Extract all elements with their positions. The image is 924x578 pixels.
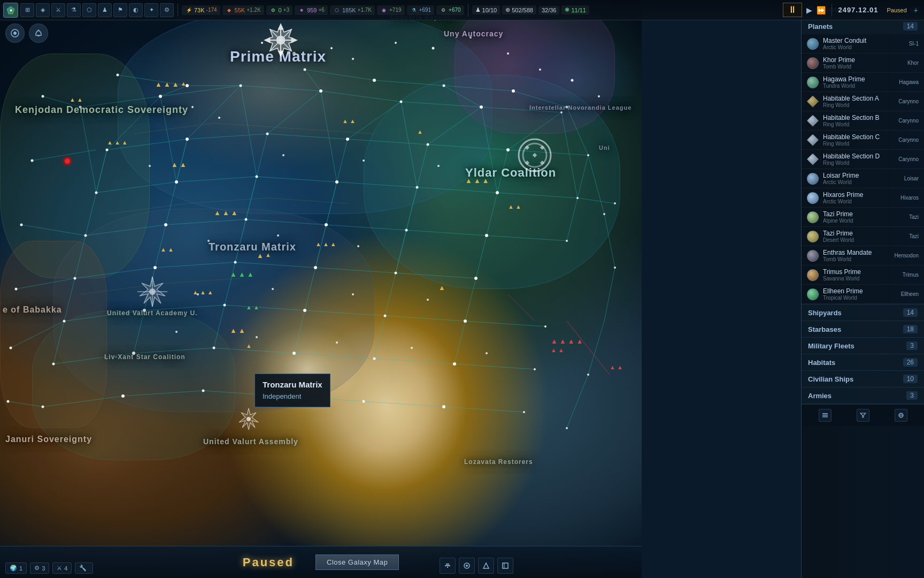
section-civilian-ships: Civilian Ships 10	[802, 371, 924, 387]
nav-trade-btn[interactable]: ⬡	[82, 3, 96, 17]
planet-item-8[interactable]: Hixaros Prime Arctic World Hixaros	[802, 188, 924, 208]
map-filter-btn-2[interactable]	[459, 558, 475, 574]
armies-section-header[interactable]: Armies 3	[802, 387, 924, 404]
svg-point-211	[427, 299, 429, 301]
symbol-tronzaru2	[235, 406, 262, 435]
play-button[interactable]: ▶	[806, 6, 812, 14]
planet-item-7[interactable]: Loisar Prime Arctic World Loisar	[802, 169, 924, 188]
fleet-group-2: ▲ ▲	[70, 96, 83, 103]
planets-section-header[interactable]: Planets 14	[802, 18, 924, 34]
symbol-tronzaru	[134, 273, 171, 313]
resource-alloys: ⬡ 185K +1.7K	[330, 5, 375, 15]
map-filter-btn-3[interactable]	[478, 558, 494, 574]
planet-icon-1	[807, 57, 819, 69]
shipyards-section-header[interactable]: Shipyards 14	[802, 305, 924, 321]
fleet-group-10: ▲ ▲	[160, 246, 174, 253]
outliner-globe-btn[interactable]	[895, 409, 907, 422]
planet-info-13: Ellheen Prime Tropical World	[823, 287, 897, 301]
galaxy-map[interactable]: Prime Matrix Kenjodan Democratic Soverei…	[0, 0, 642, 578]
svg-point-252	[13, 32, 17, 35]
map-filter-btn-4[interactable]	[497, 558, 513, 574]
svg-point-158	[395, 272, 397, 275]
map-filter-btn-1[interactable]	[440, 558, 456, 574]
nav-tech-btn[interactable]: ⚗	[67, 3, 81, 17]
nav-events-btn[interactable]: ✦	[144, 3, 158, 17]
planet-info-8: Hixaros Prime Arctic World	[823, 191, 896, 204]
planet-tag-13: Ellheen	[901, 291, 919, 297]
food-value: 0	[279, 7, 282, 13]
bottom-badge-1[interactable]: 🌍 1	[5, 562, 27, 574]
empire-flag[interactable]: ★	[3, 3, 18, 18]
planet-item-0[interactable]: Master Conduit Arctic World SI-1	[802, 34, 924, 54]
planet-item-2[interactable]: Hagawa Prime Tundra World Hagawa	[802, 73, 924, 92]
starbases-section-header[interactable]: Starbases 18	[802, 321, 924, 337]
outliner-list-view-btn[interactable]	[819, 409, 831, 422]
resource-stability: ⊕ 502/588	[502, 5, 536, 14]
starbases-count: 18	[903, 325, 918, 333]
badge-count-3: 4	[64, 565, 67, 572]
planet-type-4: Ring World	[823, 121, 894, 127]
time-display: 2497.12.01	[838, 6, 878, 14]
bottom-badge-2[interactable]: ⚙ 3	[30, 562, 49, 574]
habitats-section-header[interactable]: Habitats 26	[802, 354, 924, 370]
planet-name-3: Habitable Section A	[823, 95, 894, 102]
svg-line-81	[455, 321, 465, 364]
energy-income: -174	[206, 7, 217, 13]
planet-item-10[interactable]: Tazi Prime Desert World Tazi	[802, 227, 924, 246]
planet-icon-12	[807, 269, 819, 281]
consumer-icon: ◉	[380, 6, 388, 14]
planet-item-13[interactable]: Ellheen Prime Tropical World Ellheen	[802, 285, 924, 304]
faction-liv-xant: Liv-Xant Star Coalition	[104, 353, 186, 361]
nav-pop-btn[interactable]: ♟	[98, 3, 112, 17]
fleet-green-1: ▲ ▲ ▲	[230, 270, 254, 278]
map-icon-btn[interactable]	[5, 24, 25, 43]
notifications-btn[interactable]: +	[911, 5, 921, 16]
nav-planets-btn[interactable]: ◈	[36, 3, 50, 17]
planet-item-3[interactable]: Habitable Section A Ring World Carynno	[802, 92, 924, 111]
planet-item-11[interactable]: Enthras Mandate Tomb World Hensodon	[802, 246, 924, 265]
nav-diplo-btn[interactable]: ⚑	[113, 3, 127, 17]
faction-uny: Uny Autocracy	[444, 29, 503, 38]
habitats-label: Habitats	[808, 359, 835, 367]
section-planets: Planets 14 Master Conduit Arctic World S…	[802, 18, 924, 305]
svg-point-165	[464, 320, 467, 323]
influence-income: +6	[318, 7, 324, 13]
nav-settings-btn[interactable]: ⚙	[160, 3, 174, 17]
resource-pop: ♟ 10/10	[472, 5, 500, 14]
fleet-group-12: ▲ ▲ ▲	[315, 241, 336, 247]
planet-name-10: Tazi Prime	[823, 230, 905, 237]
stability-icon: ⊕	[505, 6, 510, 13]
planet-tag-12: Trimus	[903, 272, 919, 278]
planet-item-9[interactable]: Tazi Prime Alpine World Tazi	[802, 208, 924, 227]
fleet-group-8: ▲ ▲	[508, 203, 521, 210]
pause-button[interactable]: ⏸	[783, 3, 802, 17]
planet-icon-0	[807, 38, 819, 50]
planet-tag-7: Loisar	[904, 176, 919, 181]
planet-item-12[interactable]: Trimus Prime Savanna World Trimus	[802, 265, 924, 285]
nav-map-btn[interactable]: ⊞	[20, 3, 34, 17]
paused-indicator: Paused	[887, 7, 907, 13]
bottom-badge-4[interactable]: 🔧	[75, 562, 93, 574]
close-galaxy-map-button[interactable]: Close Galaxy Map	[315, 554, 399, 570]
svg-point-180	[523, 411, 525, 413]
military-fleets-section-header[interactable]: Military Fleets 3	[802, 338, 924, 354]
svg-point-190	[587, 374, 589, 376]
svg-rect-241	[540, 161, 544, 165]
civilian-ships-section-header[interactable]: Civilian Ships 10	[802, 371, 924, 387]
outliner-filter-btn[interactable]	[857, 409, 869, 422]
planet-item-4[interactable]: Habitable Section B Ring World Carynno	[802, 111, 924, 131]
military-fleets-count: 3	[906, 341, 918, 350]
planet-type-11: Tomb World	[823, 256, 890, 262]
svg-line-124	[508, 294, 535, 321]
notification-btn[interactable]	[29, 24, 48, 43]
svg-point-172	[453, 362, 456, 366]
fast-forward-button[interactable]: ⏩	[817, 6, 826, 14]
bottom-badge-3[interactable]: ⚔ 4	[52, 562, 72, 574]
planet-item-5[interactable]: Habitable Section C Ring World Carynno	[802, 131, 924, 150]
planet-item-6[interactable]: Habitable Section D Ring World Carynno	[802, 150, 924, 169]
planet-info-1: Khor Prime Tomb World	[823, 56, 903, 70]
planet-item-1[interactable]: Khor Prime Tomb World Khor	[802, 54, 924, 73]
nav-intel-btn[interactable]: ◐	[129, 3, 143, 17]
nav-fleet-btn[interactable]: ⚔	[51, 3, 65, 17]
food-income: +3	[283, 7, 289, 13]
